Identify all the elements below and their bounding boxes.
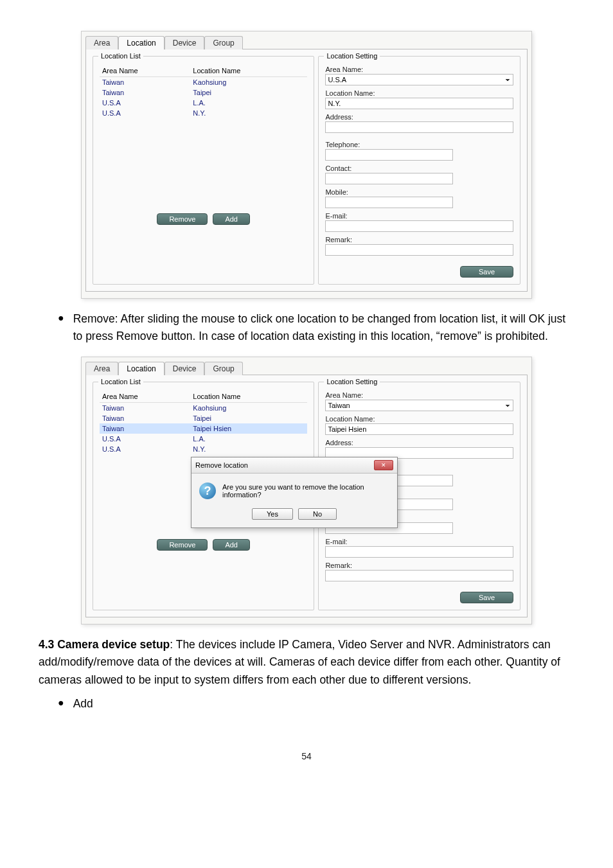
location-table: Area Name Location Name TaiwanKaohsiung … xyxy=(100,66,307,118)
remark-input[interactable] xyxy=(325,570,513,581)
tab-location[interactable]: Location xyxy=(118,362,164,375)
location-setting-group: Location Setting Area Name: U.S.A Locati… xyxy=(318,56,520,285)
col-area: Area Name xyxy=(100,391,190,403)
address-label: Address: xyxy=(325,113,513,121)
add-bullet-text: Add xyxy=(73,695,93,713)
location-name-input[interactable] xyxy=(325,98,513,109)
page-number: 54 xyxy=(39,751,574,761)
close-icon[interactable]: ✕ xyxy=(374,460,393,470)
dialog-message: Are you sure you want to remove the loca… xyxy=(222,483,389,499)
col-area: Area Name xyxy=(100,66,190,77)
yes-button[interactable]: Yes xyxy=(252,508,293,520)
table-row[interactable]: TaiwanTaipei xyxy=(100,413,307,423)
table-row[interactable]: TaiwanTaipei xyxy=(100,87,307,98)
remove-paragraph: Remove: After sliding the mouse to click… xyxy=(73,310,574,345)
table-row[interactable]: TaiwanKaohsiung xyxy=(100,403,307,414)
area-name-label: Area Name: xyxy=(325,66,513,73)
col-location: Location Name xyxy=(190,66,307,77)
mobile-label: Mobile: xyxy=(325,188,513,196)
tab-bar: Area Location Device Group xyxy=(82,31,531,49)
add-button[interactable]: Add xyxy=(213,213,250,225)
remove-location-dialog: Remove location ✕ ? Are you sure you wan… xyxy=(191,457,398,528)
remark-label: Remark: xyxy=(325,562,513,569)
location-list-group: Location List Area Name Location Name Ta… xyxy=(93,56,314,285)
location-list-legend: Location List xyxy=(98,52,143,60)
tab-device[interactable]: Device xyxy=(164,362,205,375)
table-row[interactable]: TaiwanTaipei Hsien xyxy=(100,423,307,434)
contact-input[interactable] xyxy=(325,173,453,184)
table-row[interactable]: U.S.AN.Y. xyxy=(100,108,307,118)
mobile-input[interactable] xyxy=(325,197,453,208)
location-setting-legend: Location Setting xyxy=(324,52,380,60)
bullet-icon: ● xyxy=(58,310,64,326)
email-label: E-mail: xyxy=(325,212,513,220)
remark-label: Remark: xyxy=(325,236,513,244)
remark-input[interactable] xyxy=(325,244,513,256)
contact-label: Contact: xyxy=(325,164,513,172)
table-row[interactable]: U.S.AL.A. xyxy=(100,98,307,108)
location-setting-legend: Location Setting xyxy=(324,378,380,385)
save-button[interactable]: Save xyxy=(460,592,513,603)
area-name-select[interactable]: Taiwan xyxy=(325,400,513,411)
area-name-label: Area Name: xyxy=(325,391,513,399)
tab-area[interactable]: Area xyxy=(85,362,118,375)
bullet-icon: ● xyxy=(58,695,64,711)
table-row[interactable]: TaiwanKaohsiung xyxy=(100,77,307,88)
address-label: Address: xyxy=(325,439,513,447)
table-row[interactable]: U.S.AL.A. xyxy=(100,434,307,444)
area-name-select[interactable]: U.S.A xyxy=(325,74,513,85)
table-row[interactable]: U.S.AN.Y. xyxy=(100,444,307,454)
add-button[interactable]: Add xyxy=(213,539,250,551)
tab-group[interactable]: Group xyxy=(204,362,242,375)
no-button[interactable]: No xyxy=(298,508,337,520)
save-button[interactable]: Save xyxy=(460,266,513,278)
location-list-legend: Location List xyxy=(98,378,143,385)
address-input[interactable] xyxy=(325,121,513,133)
location-window-2: Area Location Device Group Location List… xyxy=(81,357,532,624)
section-4-3: 4.3 Camera device setup: The devices inc… xyxy=(39,636,574,688)
email-input[interactable] xyxy=(325,546,513,558)
location-table: Area Name Location Name TaiwanKaohsiung … xyxy=(100,391,307,454)
tab-area[interactable]: Area xyxy=(85,36,118,49)
tab-device[interactable]: Device xyxy=(164,36,205,49)
telephone-label: Telephone: xyxy=(325,141,513,148)
col-location: Location Name xyxy=(190,391,307,403)
email-input[interactable] xyxy=(325,220,513,232)
email-label: E-mail: xyxy=(325,538,513,545)
remove-button[interactable]: Remove xyxy=(157,539,208,551)
location-name-label: Location Name: xyxy=(325,89,513,97)
telephone-input[interactable] xyxy=(325,149,453,161)
location-name-label: Location Name: xyxy=(325,415,513,423)
tab-group[interactable]: Group xyxy=(204,36,242,49)
question-icon: ? xyxy=(199,483,216,499)
location-window-1: Area Location Device Group Location List… xyxy=(81,31,532,299)
section-4-3-title: 4.3 Camera device setup xyxy=(39,638,170,651)
remove-button[interactable]: Remove xyxy=(157,213,208,225)
tab-location[interactable]: Location xyxy=(118,36,164,49)
tab-bar: Area Location Device Group xyxy=(82,357,531,375)
location-name-input[interactable] xyxy=(325,423,513,435)
dialog-title: Remove location xyxy=(195,461,248,469)
